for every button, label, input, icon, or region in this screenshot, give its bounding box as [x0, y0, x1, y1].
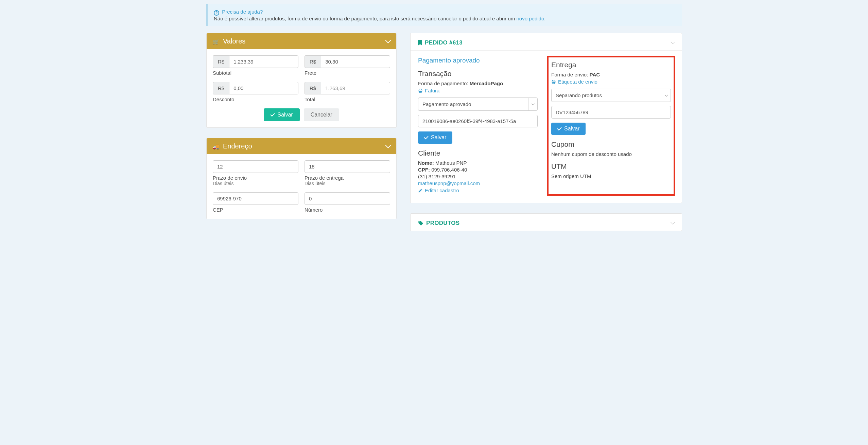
utm-text: Sem origem UTM: [551, 173, 671, 179]
editar-cadastro-link[interactable]: Editar cadastro: [425, 188, 459, 193]
help-link[interactable]: Precisa de ajuda?: [222, 9, 263, 15]
cupom-text: Nenhum cupom de desconto usado: [551, 151, 671, 157]
entrega-heading: Entrega: [551, 61, 671, 69]
question-icon: ?: [214, 10, 219, 16]
tracking-input[interactable]: [551, 106, 671, 119]
pedido-panel-header[interactable]: PEDIDO #613: [411, 33, 682, 51]
transacao-heading: Transação: [418, 70, 538, 78]
valores-save-button[interactable]: Salvar: [264, 108, 299, 121]
frete-input[interactable]: [321, 55, 390, 68]
currency-prefix: R$: [305, 55, 321, 68]
alert-text-after: .: [544, 16, 545, 21]
help-alert: ? Precisa de ajuda? Não é possível alter…: [206, 4, 682, 26]
check-icon: [424, 136, 429, 140]
check-icon: [271, 113, 275, 117]
payment-status-select[interactable]: Pagamento aprovado: [418, 97, 538, 111]
numero-input[interactable]: [305, 192, 390, 205]
subtotal-input[interactable]: [229, 55, 298, 68]
frete-label: Frete: [305, 70, 390, 76]
endereco-panel-header[interactable]: Endereço: [207, 138, 396, 154]
chevron-down-icon: [385, 38, 391, 43]
nome-value: Matheus PNP: [435, 160, 467, 166]
currency-prefix: R$: [305, 82, 321, 94]
svg-rect-5: [553, 82, 555, 84]
bookmark-icon: [418, 40, 422, 46]
forma-pagamento-label: Forma de pagamento:: [418, 81, 470, 86]
button-label: Cancelar: [311, 112, 332, 118]
desconto-input[interactable]: [229, 82, 298, 94]
prazo-envio-label: Prazo de envio: [213, 175, 298, 181]
utm-heading: UTM: [551, 162, 671, 171]
panel-title: Valores: [223, 37, 245, 45]
cart-icon: [213, 37, 220, 45]
chevron-down-icon: [671, 220, 675, 225]
order-right-column: Entrega Forma de envio: PAC Etiqueta de …: [548, 57, 674, 195]
forma-envio-value: PAC: [590, 72, 600, 77]
tag-icon: [418, 220, 423, 226]
prazo-entrega-label: Prazo de entrega: [305, 175, 390, 181]
print-icon: [551, 79, 556, 84]
endereco-panel: Endereço Prazo de envio Dias úteis Pra: [206, 138, 397, 219]
valores-panel: Valores R$ Subtotal: [206, 33, 397, 128]
cpf-value: 099.706.406-40: [431, 167, 467, 173]
total-input: [321, 82, 390, 94]
dias-uteis-label: Dias úteis: [213, 181, 298, 186]
valores-cancel-button[interactable]: Cancelar: [304, 108, 339, 121]
currency-prefix: R$: [213, 55, 229, 68]
panel-title: PRODUTOS: [426, 220, 459, 227]
truck-icon: [213, 142, 220, 150]
print-icon: [418, 88, 423, 93]
pencil-icon: [418, 188, 423, 193]
cpf-label: CPF:: [418, 167, 431, 173]
forma-envio-label: Forma de envio:: [551, 72, 590, 77]
button-label: Salvar: [564, 126, 579, 132]
transacao-save-button[interactable]: Salvar: [418, 131, 452, 144]
total-label: Total: [305, 96, 390, 102]
panel-title: PEDIDO #613: [425, 39, 463, 46]
produtos-panel-header[interactable]: PRODUTOS: [411, 214, 682, 231]
forma-pagamento-value: MercadoPago: [470, 81, 503, 86]
delivery-status-select[interactable]: Separando produtos: [551, 89, 671, 102]
subtotal-label: Subtotal: [213, 70, 298, 76]
cliente-heading: Cliente: [418, 149, 538, 157]
dias-uteis-label: Dias úteis: [305, 181, 390, 186]
email-link[interactable]: matheuspnp@yopmail.com: [418, 180, 480, 186]
phone-value: (31) 3129-39291: [418, 174, 538, 179]
produtos-panel: PRODUTOS: [410, 213, 682, 231]
payment-status-link[interactable]: Pagamento aprovado: [418, 57, 538, 64]
new-order-link[interactable]: novo pedido: [517, 16, 544, 21]
numero-label: Número: [305, 207, 390, 213]
alert-text: Não é possível alterar produtos, forma d…: [214, 16, 517, 21]
etiqueta-envio-link[interactable]: Etiqueta de envio: [558, 79, 597, 85]
nome-label: Nome:: [418, 160, 435, 166]
order-left-column: Pagamento aprovado Transação Forma de pa…: [418, 57, 538, 195]
desconto-label: Desconto: [213, 96, 298, 102]
svg-rect-2: [419, 91, 421, 92]
cep-input[interactable]: [213, 192, 298, 205]
panel-title: Endereço: [223, 142, 252, 150]
cupom-heading: Cupom: [551, 140, 671, 148]
button-label: Salvar: [277, 112, 293, 118]
chevron-down-icon: [671, 40, 675, 44]
cep-label: CEP: [213, 207, 298, 213]
currency-prefix: R$: [213, 82, 229, 94]
check-icon: [557, 127, 562, 131]
transaction-id-input[interactable]: [418, 115, 538, 127]
entrega-save-button[interactable]: Salvar: [551, 123, 586, 135]
fatura-link[interactable]: Fatura: [425, 88, 439, 93]
button-label: Salvar: [431, 135, 446, 141]
chevron-down-icon: [385, 143, 391, 148]
prazo-entrega-input[interactable]: [305, 160, 390, 173]
pedido-panel: PEDIDO #613 Pagamento aprovado Transação…: [410, 33, 682, 203]
valores-panel-header[interactable]: Valores: [207, 33, 396, 49]
prazo-envio-input[interactable]: [213, 160, 298, 173]
